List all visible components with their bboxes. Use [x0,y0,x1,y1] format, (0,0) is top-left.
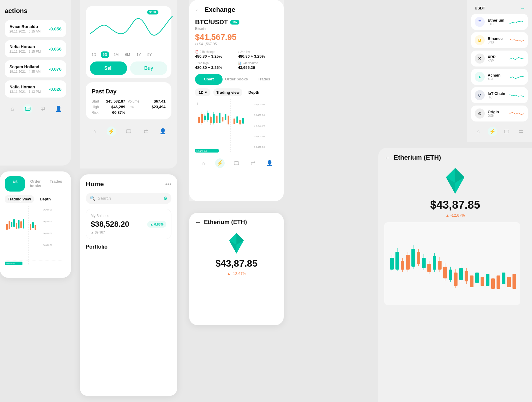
eth-right-back-button[interactable]: ← [384,154,390,161]
ex-nav-bolt[interactable]: ⚡ [215,158,225,168]
filter-5y[interactable]: 5Y [146,51,154,58]
itc-sparkline [510,92,524,99]
txn-value-4: -0.026 [49,87,61,92]
bl-tab-art[interactable]: art [5,176,25,192]
balance-sub: ▲ $9,987 [91,231,166,234]
nav-home-icon[interactable]: ⌂ [8,104,17,114]
svg-text:36,400.00: 36,400.00 [43,244,52,246]
filter-6m[interactable]: 6M [123,51,132,58]
pair-price: $41,567.95 [195,33,278,42]
coins-nav-wallet[interactable] [502,127,511,136]
filter-5d[interactable]: 5D [101,51,109,58]
nav-exchange-icon[interactable]: ⇄ [38,104,48,114]
chart-wave: $19K [90,10,167,48]
itc-info: IoT Chain ITC [488,91,507,99]
timeframe-select[interactable]: 1D ▾ [195,88,210,96]
svg-rect-95 [491,278,495,289]
bl-tab-trades[interactable]: Trades [46,176,66,192]
past-day-card: Past Day Start $45,532.87 Volume $67.41 … [86,82,171,119]
eth-change: ▲ -12.67% [227,271,246,276]
bl-tab-orderbooks[interactable]: Order books [25,176,46,192]
filter-icon[interactable]: ⚙ [163,196,167,201]
ex-nav-home[interactable]: ⌂ [199,158,208,168]
eth-header: ← Etherium (ETH) [195,219,278,226]
chart-nav-bolt[interactable]: ⚡ [107,127,116,136]
svg-rect-46 [23,219,24,228]
volume-label-ex: 📊24h volume [238,61,278,65]
nav-profile-icon[interactable]: 👤 [54,104,63,114]
chart-nav-profile[interactable]: 👤 [158,127,168,136]
filter-1m[interactable]: 1M [112,51,121,58]
bl-depth[interactable]: Depth [37,195,54,203]
bnb-sym: BNB [488,41,507,44]
svg-rect-94 [486,274,489,286]
txn-date-4: 13.11.2021 - 1:13 PM [9,90,41,93]
depth-btn[interactable]: Depth [245,88,262,96]
eth-logo: Ξ [475,17,485,27]
usdt-top: USDT --- [471,4,528,12]
ogn-info: Origin OGN [488,110,507,117]
tab-orderbooks[interactable]: Order books [223,74,250,85]
act-name: Achain [488,73,507,77]
wave-svg [90,10,173,43]
xrp-sym: XRP [488,59,507,62]
balance-amount: $38,528.20 [91,220,129,229]
txn-value-2: -0.066 [49,46,61,51]
trading-view-btn[interactable]: Trading view [213,88,243,96]
ex-nav-profile[interactable]: 👤 [265,158,274,168]
coin-ogn[interactable]: ⊘ Origin OGN [471,106,528,121]
coins-nav-bolt[interactable]: ⚡ [488,127,497,136]
exchange-panel: ← Exchange BTC/USDT 10x Bitcoin $41,567.… [189,0,284,201]
svg-text:36,400.00: 36,400.00 [43,209,52,211]
coin-act[interactable]: ▲ Achain ACT [471,69,528,85]
coin-itc[interactable]: ⬡ IoT Chain ITC [471,87,528,103]
svg-text:36,400.00: 36,400.00 [254,103,265,106]
bl-trading-view[interactable]: Trading view [5,195,34,203]
svg-text:36,400.00: 36,400.00 [5,262,14,265]
bnb-info: Binance BNB [488,36,507,44]
coin-eth[interactable]: Ξ Etherium ETH [471,14,528,30]
txn-item-4[interactable]: Natia Horaan 13.11.2021 - 1:13 PM -0.026 [5,80,66,98]
eth-sparkline [510,18,524,25]
balance-badge: ▲ 0.88% [147,221,166,228]
filter-1d[interactable]: 1D [90,51,98,58]
balance-label: My Balance [91,214,166,218]
xrp-name: XRP [488,55,507,59]
chart-nav-home[interactable]: ⌂ [90,127,99,136]
chart-bottom-nav: ⌂ ⚡ ⇄ 👤 [86,123,171,140]
eth-diamond-svg [225,231,248,255]
coins-nav-home[interactable]: ⌂ [473,127,483,136]
filter-1y[interactable]: 1Y [135,51,143,58]
chart-nav-exchange[interactable]: ⇄ [141,127,150,136]
act-sym: ACT [488,77,507,81]
home-menu-button[interactable]: ••• [165,181,171,188]
coin-bnb[interactable]: B Binance BNB [471,32,528,48]
tab-trades[interactable]: Trades [250,74,278,85]
svg-rect-92 [475,273,479,283]
bl-candle-svg: 36,400.00 36,400.00 36,400.00 36,400.00 … [5,206,64,265]
chart-area: $19K 1D 5D 1M 6M 1Y 5Y Sell Buy [86,6,171,78]
txn-item-1[interactable]: Avicii Ronaldo 26.11.2021 - 5:15 AM -0.0… [5,20,66,37]
ex-nav-wallet[interactable] [232,158,241,168]
stat-low: ↓ 24h low 480.80 + 3.25% [238,50,278,59]
search-bar[interactable]: 🔍 Search ⚙ [86,193,171,204]
search-icon: 🔍 [90,196,95,201]
nav-wallet-icon[interactable] [23,104,33,114]
buy-button[interactable]: Buy [130,61,167,75]
exchange-header: ← Exchange [195,6,278,14]
exchange-back-button[interactable]: ← [195,7,201,13]
exchange-inner: ← Exchange BTC/USDT 10x Bitcoin $41,567.… [189,0,284,201]
txn-item-3[interactable]: Segam Holland 19.11.2021 - 4:35 AM -0.07… [5,60,66,77]
itc-logo: ⬡ [475,90,485,100]
txn-item-2[interactable]: Netia Horaan 21.11.2021 - 2:15 PM -0.066 [5,40,66,57]
chart-nav-wallet[interactable] [124,127,133,136]
coin-xrp[interactable]: ✕ XRP XRP [471,51,528,67]
coins-nav-exchange[interactable]: ⇄ [516,127,525,136]
eth-back-button[interactable]: ← [195,219,201,226]
ex-nav-exchange[interactable]: ⇄ [248,158,258,168]
sell-button[interactable]: Sell [90,61,127,75]
low-value-ex: 480.80 + 3.25% [238,54,278,59]
svg-rect-40 [9,221,10,229]
stat-volume: 📊24h volume 43,655.26 [238,61,278,70]
tab-chart[interactable]: Chart [195,74,223,85]
